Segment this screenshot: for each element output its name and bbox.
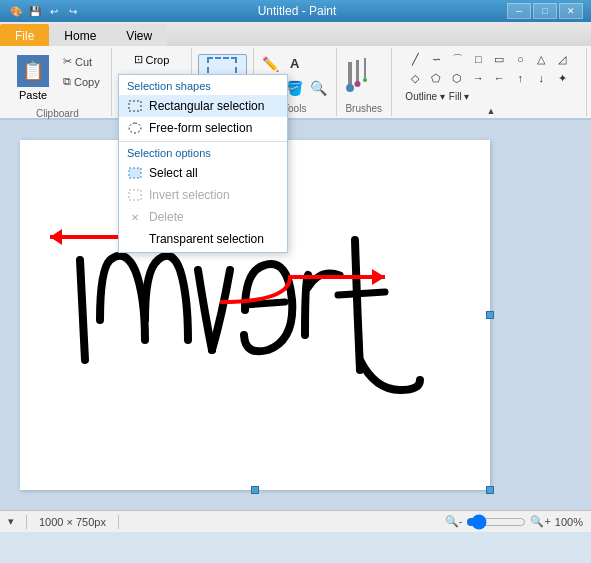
zoom-level: 100% (555, 516, 583, 528)
svg-rect-4 (364, 58, 366, 78)
zoom-in-icon[interactable]: 🔍+ (530, 515, 550, 528)
shape-rounded-rect[interactable]: ▭ (489, 50, 509, 68)
save-icon[interactable]: 💾 (27, 3, 43, 19)
svg-point-5 (363, 78, 367, 82)
transparent-selection-icon (127, 231, 143, 247)
cut-icon: ✂ (63, 55, 72, 68)
svg-rect-7 (129, 168, 141, 178)
zoom-section: 🔍- 🔍+ 100% (445, 514, 583, 530)
shape-arrow-right[interactable]: → (468, 69, 488, 87)
selection-options-label: Selection options (119, 144, 287, 162)
status-bar: ▾ 1000 × 750px 🔍- 🔍+ 100% (0, 510, 591, 532)
clipboard-label: Clipboard (36, 106, 79, 119)
dimensions-label: 1000 × 750px (39, 516, 106, 528)
rectangular-selection-label: Rectangular selection (149, 99, 264, 113)
ribbon-toolbar: 📋 Paste ✂ Cut ⧉ Copy Clipboard (0, 46, 591, 120)
shape-arrow-down[interactable]: ↓ (531, 69, 551, 87)
separator-1 (119, 141, 287, 142)
svg-rect-2 (356, 60, 359, 82)
delete-icon: ✕ (127, 209, 143, 225)
tab-view[interactable]: View (111, 24, 167, 46)
shapes-group: ╱ ∽ ⌒ □ ▭ ○ △ ◿ ◇ ⬠ ⬡ → ← ↑ ↓ (392, 48, 587, 116)
svg-rect-8 (129, 190, 141, 200)
svg-point-3 (354, 81, 360, 87)
shapes-scroll-up[interactable]: ▲ (484, 104, 497, 118)
undo-icon[interactable]: ↩ (46, 3, 62, 19)
dropdown-menu: Selection shapes Rectangular selection F… (118, 74, 288, 253)
window-title: Untitled - Paint (87, 4, 507, 18)
cut-button[interactable]: ✂ Cut (58, 52, 105, 71)
copy-icon: ⧉ (63, 75, 71, 88)
paste-button[interactable]: 📋 Paste (10, 50, 56, 106)
clipboard-content: 📋 Paste ✂ Cut ⧉ Copy (10, 50, 105, 106)
rectangular-selection-item[interactable]: Rectangular selection (119, 95, 287, 117)
shape-triangle[interactable]: △ (531, 50, 551, 68)
zoom-out-icon[interactable]: 🔍- (445, 515, 463, 528)
minimize-button[interactable]: ─ (507, 3, 531, 19)
shape-rect[interactable]: □ (468, 50, 488, 68)
window-controls: ─ □ ✕ (507, 3, 583, 19)
maximize-button[interactable]: □ (533, 3, 557, 19)
paste-icon: 📋 (17, 55, 49, 87)
shape-curve[interactable]: ∽ (426, 50, 446, 68)
canvas-resize-handle-right[interactable] (486, 311, 494, 319)
brushes-label: Brushes (345, 101, 382, 114)
delete-label: Delete (149, 210, 184, 224)
svg-rect-6 (129, 101, 141, 111)
shape-arrow-left[interactable]: ← (489, 69, 509, 87)
tab-file[interactable]: File (0, 24, 49, 46)
invert-selection-icon (127, 187, 143, 203)
zoom-tool[interactable]: 🔍 (308, 77, 330, 99)
shapes-grid: ╱ ∽ ⌒ □ ▭ ○ △ ◿ ◇ ⬠ ⬡ → ← ↑ ↓ (405, 50, 572, 87)
outline-button[interactable]: Outline ▾ (405, 91, 444, 102)
canvas-resize-handle-bottom[interactable] (251, 486, 259, 494)
close-button[interactable]: ✕ (559, 3, 583, 19)
select-all-label: Select all (149, 166, 198, 180)
rectangular-selection-icon (127, 98, 143, 114)
pencil-tool[interactable]: ✏️ (260, 53, 282, 75)
shapes-extras: Outline ▾ Fill ▾ (405, 91, 572, 102)
canvas-resize-handle[interactable] (486, 486, 494, 494)
brushes-button[interactable] (343, 55, 385, 97)
status-divider-2 (118, 515, 119, 529)
status-text: ▾ (8, 515, 14, 528)
delete-item[interactable]: ✕ Delete (119, 206, 287, 228)
shape-pentagon[interactable]: ⬠ (426, 69, 446, 87)
shape-right-triangle[interactable]: ◿ (552, 50, 572, 68)
shape-line[interactable]: ╱ (405, 50, 425, 68)
ribbon-tabs: File Home View (0, 22, 591, 46)
status-left: ▾ (8, 515, 14, 528)
transparent-selection-label: Transparent selection (149, 232, 264, 246)
shape-hexagon[interactable]: ⬡ (447, 69, 467, 87)
zoom-slider[interactable] (466, 514, 526, 530)
shape-ellipse[interactable]: ○ (510, 50, 530, 68)
shape-freeform[interactable]: ⌒ (447, 50, 467, 68)
brushes-content (343, 50, 385, 101)
select-all-item[interactable]: Select all (119, 162, 287, 184)
crop-button[interactable]: ⊡ Crop (127, 50, 177, 69)
copy-label: Copy (74, 76, 100, 88)
invert-selection-label: Invert selection (149, 188, 230, 202)
quick-access: 🎨 💾 ↩ ↪ (8, 3, 81, 19)
freeform-selection-label: Free-form selection (149, 121, 252, 135)
freeform-selection-icon (127, 120, 143, 136)
freeform-selection-item[interactable]: Free-form selection (119, 117, 287, 139)
text-tool[interactable]: A (284, 53, 306, 75)
app-icon: 🎨 (8, 3, 24, 19)
svg-point-1 (346, 84, 354, 92)
canvas-area (0, 120, 591, 510)
shape-arrow-up[interactable]: ↑ (510, 69, 530, 87)
copy-button[interactable]: ⧉ Copy (58, 72, 105, 91)
redo-icon[interactable]: ↪ (65, 3, 81, 19)
selection-shapes-label: Selection shapes (119, 77, 287, 95)
clipboard-group: 📋 Paste ✂ Cut ⧉ Copy Clipboard (4, 48, 112, 116)
status-dimensions: 1000 × 750px (39, 516, 106, 528)
invert-selection-item[interactable]: Invert selection (119, 184, 287, 206)
shape-diamond[interactable]: ◇ (405, 69, 425, 87)
brushes-group: Brushes (337, 48, 392, 116)
fill-button[interactable]: Fill ▾ (449, 91, 470, 102)
tab-home[interactable]: Home (49, 24, 111, 46)
shape-star4[interactable]: ✦ (552, 69, 572, 87)
transparent-selection-item[interactable]: Transparent selection (119, 228, 287, 250)
status-divider-1 (26, 515, 27, 529)
